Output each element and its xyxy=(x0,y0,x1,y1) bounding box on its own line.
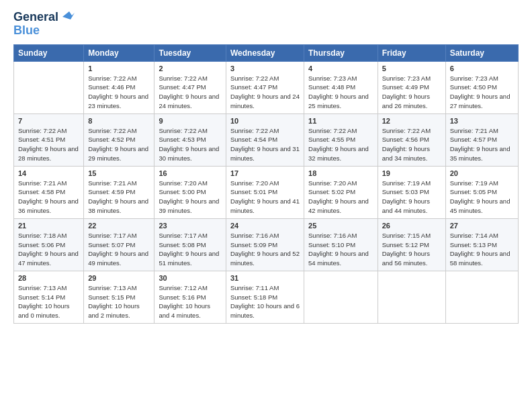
calendar-cell: 7 Sunrise: 7:22 AMSunset: 4:51 PMDayligh… xyxy=(14,113,84,166)
week-row-4: 21 Sunrise: 7:18 AMSunset: 5:06 PMDaylig… xyxy=(14,218,519,271)
day-number: 22 xyxy=(88,222,150,230)
cell-info: Sunrise: 7:22 AMSunset: 4:47 PMDaylight:… xyxy=(230,74,300,111)
day-number: 5 xyxy=(382,64,441,73)
day-number: 1 xyxy=(88,64,150,73)
calendar-table: SundayMondayTuesdayWednesdayThursdayFrid… xyxy=(13,44,519,324)
cell-info: Sunrise: 7:23 AMSunset: 4:49 PMDaylight:… xyxy=(382,74,441,111)
calendar-cell: 12 Sunrise: 7:22 AMSunset: 4:56 PMDaylig… xyxy=(378,113,445,166)
calendar-cell: 31 Sunrise: 7:11 AMSunset: 5:18 PMDaylig… xyxy=(226,271,304,323)
calendar-cell: 10 Sunrise: 7:22 AMSunset: 4:54 PMDaylig… xyxy=(226,113,304,166)
cell-info: Sunrise: 7:13 AMSunset: 5:14 PMDaylight:… xyxy=(18,283,79,320)
day-number: 27 xyxy=(450,222,514,230)
cell-info: Sunrise: 7:23 AMSunset: 4:50 PMDaylight:… xyxy=(450,74,514,111)
header: General Blue xyxy=(13,11,519,38)
calendar-cell: 21 Sunrise: 7:18 AMSunset: 5:06 PMDaylig… xyxy=(14,218,84,271)
calendar-cell xyxy=(445,271,518,323)
calendar-cell xyxy=(378,271,445,323)
day-number: 23 xyxy=(159,222,222,230)
calendar-cell: 27 Sunrise: 7:14 AMSunset: 5:13 PMDaylig… xyxy=(445,218,518,271)
calendar-cell: 3 Sunrise: 7:22 AMSunset: 4:47 PMDayligh… xyxy=(226,61,304,113)
svg-marker-0 xyxy=(62,11,75,19)
header-row: SundayMondayTuesdayWednesdayThursdayFrid… xyxy=(14,44,519,61)
cell-info: Sunrise: 7:23 AMSunset: 4:48 PMDaylight:… xyxy=(308,74,373,111)
cell-info: Sunrise: 7:18 AMSunset: 5:06 PMDaylight:… xyxy=(18,231,79,268)
calendar-cell: 25 Sunrise: 7:16 AMSunset: 5:10 PMDaylig… xyxy=(304,218,378,271)
cell-info: Sunrise: 7:22 AMSunset: 4:56 PMDaylight:… xyxy=(382,126,441,163)
day-number: 20 xyxy=(450,169,514,177)
calendar-cell: 28 Sunrise: 7:13 AMSunset: 5:14 PMDaylig… xyxy=(14,271,84,323)
cell-info: Sunrise: 7:22 AMSunset: 4:53 PMDaylight:… xyxy=(159,126,222,163)
calendar-cell: 13 Sunrise: 7:21 AMSunset: 4:57 PMDaylig… xyxy=(445,113,518,166)
cell-info: Sunrise: 7:11 AMSunset: 5:18 PMDaylight:… xyxy=(230,283,300,320)
calendar-cell xyxy=(304,271,378,323)
cell-info: Sunrise: 7:21 AMSunset: 4:57 PMDaylight:… xyxy=(450,126,514,163)
day-number: 8 xyxy=(88,117,150,125)
cell-info: Sunrise: 7:22 AMSunset: 4:55 PMDaylight:… xyxy=(308,126,373,163)
cell-info: Sunrise: 7:21 AMSunset: 4:59 PMDaylight:… xyxy=(88,179,150,216)
week-row-1: 1 Sunrise: 7:22 AMSunset: 4:46 PMDayligh… xyxy=(14,61,519,113)
col-header-tuesday: Tuesday xyxy=(154,44,226,61)
cell-info: Sunrise: 7:22 AMSunset: 4:47 PMDaylight:… xyxy=(159,74,222,111)
calendar-cell: 26 Sunrise: 7:15 AMSunset: 5:12 PMDaylig… xyxy=(378,218,445,271)
calendar-cell: 22 Sunrise: 7:17 AMSunset: 5:07 PMDaylig… xyxy=(84,218,154,271)
day-number: 2 xyxy=(159,64,222,73)
calendar-cell: 24 Sunrise: 7:16 AMSunset: 5:09 PMDaylig… xyxy=(226,218,304,271)
logo-text-blue: Blue xyxy=(13,24,40,37)
calendar-cell xyxy=(14,61,84,113)
logo-bird-icon xyxy=(60,10,75,24)
cell-info: Sunrise: 7:19 AMSunset: 5:05 PMDaylight:… xyxy=(450,179,514,216)
day-number: 18 xyxy=(308,169,373,177)
col-header-wednesday: Wednesday xyxy=(226,44,304,61)
cell-info: Sunrise: 7:17 AMSunset: 5:07 PMDaylight:… xyxy=(88,231,150,268)
day-number: 9 xyxy=(159,117,222,125)
calendar-cell: 30 Sunrise: 7:12 AMSunset: 5:16 PMDaylig… xyxy=(154,271,226,323)
calendar-cell: 18 Sunrise: 7:20 AMSunset: 5:02 PMDaylig… xyxy=(304,166,378,218)
cell-info: Sunrise: 7:17 AMSunset: 5:08 PMDaylight:… xyxy=(159,231,222,268)
col-header-saturday: Saturday xyxy=(445,44,518,61)
day-number: 29 xyxy=(88,274,150,282)
day-number: 15 xyxy=(88,169,150,177)
day-number: 28 xyxy=(18,274,79,282)
week-row-3: 14 Sunrise: 7:21 AMSunset: 4:58 PMDaylig… xyxy=(14,166,519,218)
calendar-cell: 6 Sunrise: 7:23 AMSunset: 4:50 PMDayligh… xyxy=(445,61,518,113)
cell-info: Sunrise: 7:16 AMSunset: 5:09 PMDaylight:… xyxy=(230,231,300,268)
cell-info: Sunrise: 7:16 AMSunset: 5:10 PMDaylight:… xyxy=(308,231,373,268)
calendar-cell: 8 Sunrise: 7:22 AMSunset: 4:52 PMDayligh… xyxy=(84,113,154,166)
calendar-page: General Blue SundayMondayTuesdayWednesda… xyxy=(0,0,532,411)
cell-info: Sunrise: 7:19 AMSunset: 5:03 PMDaylight:… xyxy=(382,179,441,216)
cell-info: Sunrise: 7:20 AMSunset: 5:02 PMDaylight:… xyxy=(308,179,373,216)
cell-info: Sunrise: 7:22 AMSunset: 4:46 PMDaylight:… xyxy=(88,74,150,111)
calendar-cell: 15 Sunrise: 7:21 AMSunset: 4:59 PMDaylig… xyxy=(84,166,154,218)
day-number: 19 xyxy=(382,169,441,177)
day-number: 11 xyxy=(308,117,373,125)
cell-info: Sunrise: 7:22 AMSunset: 4:51 PMDaylight:… xyxy=(18,126,79,163)
col-header-monday: Monday xyxy=(84,44,154,61)
cell-info: Sunrise: 7:21 AMSunset: 4:58 PMDaylight:… xyxy=(18,179,79,216)
day-number: 24 xyxy=(230,222,300,230)
cell-info: Sunrise: 7:20 AMSunset: 5:01 PMDaylight:… xyxy=(230,179,300,216)
day-number: 13 xyxy=(450,117,514,125)
calendar-cell: 23 Sunrise: 7:17 AMSunset: 5:08 PMDaylig… xyxy=(154,218,226,271)
day-number: 4 xyxy=(308,64,373,73)
col-header-friday: Friday xyxy=(378,44,445,61)
calendar-cell: 19 Sunrise: 7:19 AMSunset: 5:03 PMDaylig… xyxy=(378,166,445,218)
cell-info: Sunrise: 7:14 AMSunset: 5:13 PMDaylight:… xyxy=(450,231,514,268)
day-number: 7 xyxy=(18,117,79,125)
calendar-cell: 4 Sunrise: 7:23 AMSunset: 4:48 PMDayligh… xyxy=(304,61,378,113)
calendar-cell: 17 Sunrise: 7:20 AMSunset: 5:01 PMDaylig… xyxy=(226,166,304,218)
cell-info: Sunrise: 7:12 AMSunset: 5:16 PMDaylight:… xyxy=(159,283,222,320)
day-number: 26 xyxy=(382,222,441,230)
cell-info: Sunrise: 7:20 AMSunset: 5:00 PMDaylight:… xyxy=(159,179,222,216)
day-number: 14 xyxy=(18,169,79,177)
logo-text-general: General xyxy=(13,11,58,24)
logo: General Blue xyxy=(13,11,75,38)
day-number: 16 xyxy=(159,169,222,177)
calendar-cell: 2 Sunrise: 7:22 AMSunset: 4:47 PMDayligh… xyxy=(154,61,226,113)
cell-info: Sunrise: 7:22 AMSunset: 4:52 PMDaylight:… xyxy=(88,126,150,163)
cell-info: Sunrise: 7:13 AMSunset: 5:15 PMDaylight:… xyxy=(88,283,150,320)
calendar-cell: 14 Sunrise: 7:21 AMSunset: 4:58 PMDaylig… xyxy=(14,166,84,218)
day-number: 17 xyxy=(230,169,300,177)
calendar-cell: 20 Sunrise: 7:19 AMSunset: 5:05 PMDaylig… xyxy=(445,166,518,218)
calendar-cell: 1 Sunrise: 7:22 AMSunset: 4:46 PMDayligh… xyxy=(84,61,154,113)
day-number: 25 xyxy=(308,222,373,230)
